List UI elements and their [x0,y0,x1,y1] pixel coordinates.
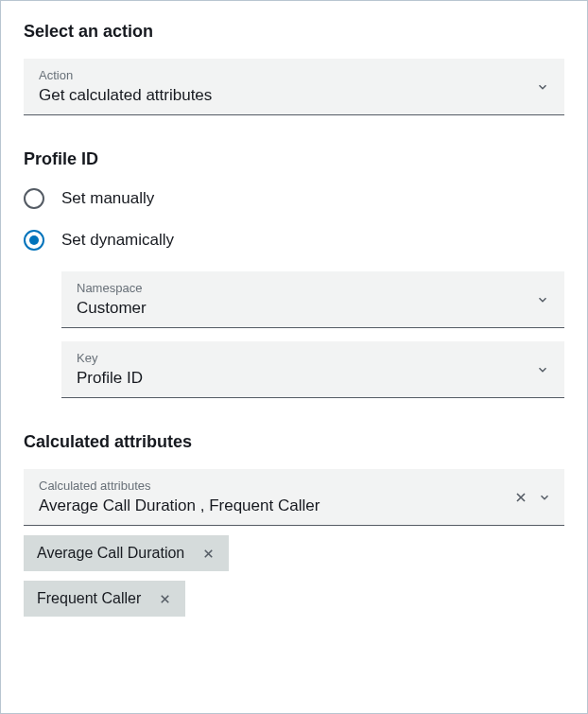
chip-label: Average Call Duration [37,545,184,562]
calculated-dropdown-label: Calculated attributes [39,479,549,493]
key-label: Key [77,351,549,365]
multi-select-actions [513,490,551,505]
action-dropdown-label: Action [39,68,549,82]
calculated-attributes-dropdown[interactable]: Calculated attributes Average Call Durat… [24,469,564,526]
radio-dot-icon [29,235,39,245]
key-value: Profile ID [77,369,549,388]
radio-set-manually[interactable]: Set manually [24,188,564,209]
chevron-down-icon [536,363,549,376]
close-icon[interactable] [158,592,172,606]
clear-icon[interactable] [513,490,528,505]
chip-label: Frequent Caller [37,590,141,607]
radio-label-manual: Set manually [61,189,154,208]
chevron-down-icon[interactable] [538,491,551,504]
chip-container: Average Call Duration Frequent Caller [24,535,564,626]
namespace-dropdown[interactable]: Namespace Customer [61,271,564,328]
profile-radio-group: Set manually Set dynamically [24,188,564,251]
section-title-action: Select an action [24,22,564,42]
namespace-value: Customer [77,299,549,318]
radio-icon-selected [24,230,44,251]
radio-label-dynamic: Set dynamically [61,231,174,250]
radio-set-dynamically[interactable]: Set dynamically [24,230,564,251]
radio-icon [24,188,44,209]
action-dropdown[interactable]: Action Get calculated attributes [24,59,564,115]
key-dropdown[interactable]: Key Profile ID [61,341,564,398]
chip-average-call-duration: Average Call Duration [24,535,229,571]
section-title-profile: Profile ID [24,149,564,169]
close-icon[interactable] [201,547,216,561]
chip-frequent-caller: Frequent Caller [24,581,185,617]
action-dropdown-value: Get calculated attributes [39,86,549,105]
chevron-down-icon [536,293,549,306]
section-title-calculated: Calculated attributes [24,432,564,452]
calculated-dropdown-value: Average Call Duration , Frequent Caller [39,496,549,515]
dynamic-fields: Namespace Customer Key Profile ID [61,271,564,398]
config-panel: Select an action Action Get calculated a… [0,0,588,714]
chevron-down-icon [536,80,549,94]
namespace-label: Namespace [77,281,549,295]
